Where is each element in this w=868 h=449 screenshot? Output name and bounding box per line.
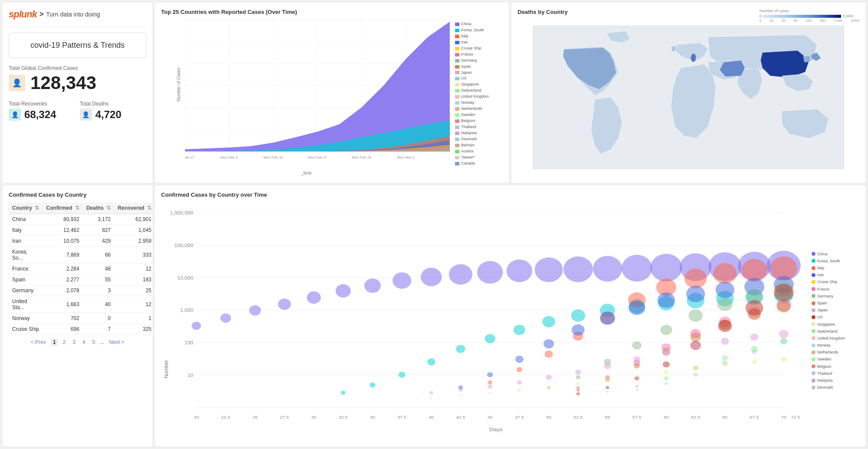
table-row: Italy12,4628271,045240 [9,225,152,236]
dashboard-title-box: covid-19 Patterns & Trends [9,33,146,58]
svg-point-178 [635,385,639,388]
prev-page[interactable]: < Prev [29,338,48,346]
bubble-chart-legend: China Korea, South Italy Iran Cruise Shi… [812,202,859,439]
svg-text:60: 60 [663,415,669,419]
col-header-country[interactable]: Country ⇅ [9,202,43,214]
svg-point-115 [515,356,524,363]
svg-point-88 [399,372,406,378]
col-header-deaths[interactable]: Deaths ⇅ [83,202,114,214]
table-cell-3: 12 [114,264,152,274]
recoveries-label: Total Recoveries [9,101,76,107]
country-table: Country ⇅ Confirmed ⇅ Deaths ⇅ Recovered… [9,202,152,335]
table-cell-3: 62,901 [114,214,152,225]
svg-point-120 [657,292,675,308]
deaths-label: Total Deaths [80,101,147,107]
svg-point-74 [449,264,472,284]
svg-point-71 [364,278,381,293]
svg-point-165 [459,389,462,392]
svg-text:10: 10 [188,373,194,377]
svg-point-130 [689,309,703,321]
table-cell-3: 12 [114,296,152,313]
svg-point-65 [191,322,201,330]
table-cell-0: Norway [9,313,43,324]
recoveries-value: 68,324 [24,109,56,121]
splunk-logo: splunk [9,9,37,20]
table-cell-1: 2,078 [43,285,83,296]
svg-point-67 [249,305,261,316]
svg-text:20: 20 [194,415,199,419]
area-chart-x-label: _time [301,171,311,175]
table-cell-3: 25 [114,285,152,296]
page-3[interactable]: 3 [70,338,78,346]
svg-point-171 [634,356,640,362]
svg-text:Number: Number [162,360,169,378]
pagination-ellipsis: ... [100,339,104,345]
table-cell-0: United Sta... [9,296,43,313]
svg-point-169 [575,370,581,375]
svg-point-157 [774,284,794,301]
page-5[interactable]: 5 [90,338,98,346]
table-row: United Sta...1,66340129 [9,296,152,313]
table-cell-1: 12,462 [43,225,83,236]
table-title: Confirmed Cases by Country [9,191,146,198]
next-page[interactable]: Next > [107,338,126,346]
table-cell-1: 2,284 [43,264,83,274]
table-cell-1: 702 [43,313,83,324]
svg-point-195 [752,360,757,364]
col-header-recovered[interactable]: Recovered ⇅ [114,202,152,214]
page-4[interactable]: 4 [80,338,88,346]
bubble-svg-area: Number 1,000,000 100,000 10,000 1,000 10… [161,202,807,439]
svg-point-167 [517,380,522,384]
svg-point-155 [718,320,732,332]
svg-point-170 [604,363,611,369]
table-row: Korea, So...7,86966333151 [9,247,152,264]
svg-text:70: 70 [781,415,786,419]
left-panel: splunk > Turn data into doing covid-19 P… [3,3,152,183]
svg-point-150 [576,392,580,395]
svg-point-68 [278,299,291,310]
svg-text:Mon Feb 10: Mon Feb 10 [264,155,283,159]
svg-point-90 [456,345,465,353]
svg-text:62.5: 62.5 [691,415,700,419]
deaths-section: Total Deaths 👤 4,720 [80,101,147,121]
table-cell-0: Germany [9,285,43,296]
table-cell-0: China [9,214,43,225]
svg-text:Mon Feb 3: Mon Feb 3 [220,155,238,159]
svg-text:Mon Mar 2: Mon Mar 2 [397,155,415,159]
table-cell-3: 325 [114,324,152,335]
table-cell-2: 7 [83,324,114,335]
table-row: Iran10,0754292,959194 [9,236,152,247]
svg-text:67.5: 67.5 [750,415,759,419]
svg-point-81 [650,254,682,281]
svg-point-192 [664,370,669,374]
svg-point-182 [751,346,758,352]
svg-point-184 [430,397,432,399]
table-cell-2: 48 [83,264,114,274]
area-chart-panel: Top 25 Countries with Reported Cases (Ov… [155,3,509,183]
page-2[interactable]: 2 [60,338,68,346]
table-cell-1: 1,663 [43,296,83,313]
table-row: China80,9323,17262,9011,303 [9,214,152,225]
svg-point-117 [572,324,585,336]
table-cell-2: 3,172 [83,214,114,225]
bubble-chart-svg: Number 1,000,000 100,000 10,000 1,000 10… [161,202,807,439]
svg-text:32.5: 32.5 [339,415,348,419]
recoveries-section: Total Recoveries 👤 68,324 [9,101,76,121]
svg-point-69 [307,291,320,304]
map-legend-label: Number of cases [759,9,789,13]
svg-point-185 [459,394,462,396]
svg-text:22.5: 22.5 [221,415,230,419]
svg-point-116 [544,339,554,348]
table-cell-1: 10,075 [43,236,83,247]
svg-point-131 [717,297,733,311]
area-chart-legend: China Korea, South Italy Iran Cruise Shi… [455,20,503,175]
table-cell-2: 827 [83,225,114,236]
total-confirmed-section: Total Global Confirmed Cases 👤 128,343 [9,65,146,92]
table-row: Norway7020114 [9,313,152,324]
page-1[interactable]: 1 [51,338,58,346]
svg-point-188 [547,386,551,389]
bubble-chart-title: Confirmed Cases by Country over Time [161,191,859,198]
svg-point-79 [593,256,622,281]
col-header-confirmed[interactable]: Confirmed ⇅ [43,202,83,214]
svg-point-144 [634,363,640,369]
